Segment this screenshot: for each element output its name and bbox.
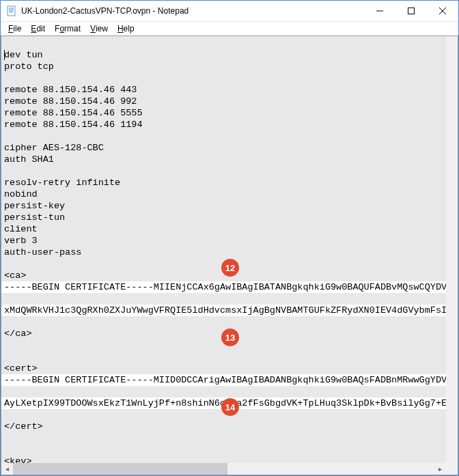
scroll-thumb[interactable] bbox=[13, 463, 227, 475]
text-line: remote 88.150.154.46 5555 bbox=[4, 108, 143, 118]
window-title: UK-London2-CactusVPN-TCP.ovpn - Notepad bbox=[21, 6, 364, 16]
menu-file[interactable]: File bbox=[3, 23, 26, 34]
annotation-badge-13: 13 bbox=[221, 328, 239, 346]
text-line: proto tcp bbox=[4, 61, 54, 72]
text-line: nobind bbox=[4, 189, 38, 199]
text-line: remote 88.150.154.46 443 bbox=[4, 85, 137, 95]
scroll-right-icon[interactable]: ▸ bbox=[434, 463, 446, 475]
window-controls bbox=[364, 1, 458, 21]
text-line-highlighted: xMdQWRkVHJ1c3QgRXh0ZXJuYWwgVFRQIE5ldHdvc… bbox=[1, 305, 446, 316]
maximize-button[interactable] bbox=[395, 1, 427, 21]
text-line: <ca> bbox=[4, 270, 26, 281]
text-line: auth-user-pass bbox=[4, 247, 81, 257]
menu-bar: File Edit Format View Help bbox=[1, 22, 458, 36]
menu-format[interactable]: Format bbox=[50, 23, 85, 34]
notepad-icon bbox=[6, 5, 17, 16]
text-line: cipher AES-128-CBC bbox=[4, 143, 104, 153]
text-line: persist-key bbox=[4, 201, 65, 211]
menu-edit[interactable]: Edit bbox=[26, 23, 50, 34]
text-line: <key> bbox=[4, 456, 32, 463]
minimize-button[interactable] bbox=[364, 1, 395, 21]
text-line: <cert> bbox=[4, 363, 38, 374]
text-line-highlighted: -----BEGIN CERTIFICATE-----MIIENjCCAx6gA… bbox=[1, 281, 446, 293]
menu-help-label: elp bbox=[124, 24, 135, 33]
text-line: remote 88.150.154.46 992 bbox=[4, 96, 137, 107]
menu-edit-label: dit bbox=[36, 24, 45, 33]
editor-container: dev tun proto tcp remote 88.150.154.46 4… bbox=[1, 36, 458, 475]
text-editor[interactable]: dev tun proto tcp remote 88.150.154.46 4… bbox=[1, 36, 446, 463]
text-line: dev tun bbox=[4, 50, 43, 60]
text-line: client bbox=[4, 224, 38, 234]
text-line: </cert> bbox=[4, 421, 43, 432]
svg-rect-6 bbox=[408, 8, 415, 14]
text-line: verb 3 bbox=[4, 236, 38, 246]
menu-format-label: rmat bbox=[64, 24, 81, 33]
horizontal-scrollbar[interactable]: ◂ ▸ bbox=[1, 463, 446, 475]
annotation-badge-14: 14 bbox=[221, 398, 239, 416]
text-line: persist-tun bbox=[4, 212, 65, 223]
scroll-track[interactable] bbox=[13, 463, 434, 475]
close-button[interactable] bbox=[427, 1, 458, 21]
annotation-badge-12: 12 bbox=[221, 259, 239, 277]
scrollbar-corner bbox=[446, 463, 458, 475]
text-line: </ca> bbox=[4, 328, 32, 339]
scroll-left-icon[interactable]: ◂ bbox=[1, 463, 13, 475]
text-line-highlighted: -----BEGIN CERTIFICATE-----MIID0DCCArigA… bbox=[1, 374, 446, 386]
menu-view[interactable]: View bbox=[85, 23, 113, 34]
menu-view-label: iew bbox=[96, 24, 108, 33]
text-line: resolv-retry infinite bbox=[4, 178, 120, 188]
menu-file-label: ile bbox=[13, 24, 21, 33]
text-line: remote 88.150.154.46 1194 bbox=[4, 120, 143, 130]
title-bar: UK-London2-CactusVPN-TCP.ovpn - Notepad bbox=[1, 1, 458, 22]
menu-help[interactable]: Help bbox=[113, 23, 139, 34]
text-line: auth SHA1 bbox=[4, 154, 54, 165]
vertical-scrollbar[interactable] bbox=[446, 36, 458, 463]
